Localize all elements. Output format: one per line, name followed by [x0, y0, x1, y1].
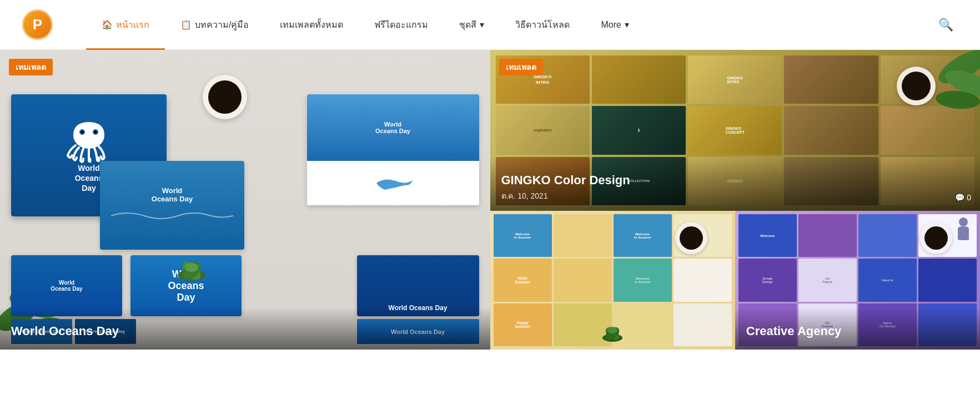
logo-letter: P: [33, 16, 42, 33]
comment-count: 0: [967, 193, 971, 202]
card-agency[interactable]: Welcome SimpleDesign OurProjects About U…: [735, 211, 980, 350]
succulent-summer: [599, 317, 626, 344]
svg-point-4: [94, 130, 97, 133]
logo[interactable]: P: [22, 9, 53, 40]
nav-label-more: More: [601, 20, 621, 30]
svg-point-5: [403, 180, 405, 182]
badge-gingko: เทมเพลต: [499, 59, 543, 75]
coffee-cup-4: [920, 222, 952, 254]
card-grid: เทมเพลต: [0, 50, 980, 350]
svg-point-19: [607, 327, 617, 333]
home-icon: 🏠: [102, 19, 113, 30]
nav-item-colors[interactable]: ชุดสี ▾: [444, 0, 500, 50]
coffee-cup-1: [200, 72, 250, 122]
coffee-cup-3: [675, 222, 707, 254]
right-column: เทมเพลต GINGKOINTRO GINGKOINTRO inspirat…: [490, 50, 981, 350]
nav-item-free[interactable]: ฟรีไดอะแกรม: [359, 0, 444, 50]
main-nav: 🏠 หน้าแรก 📋 บทความ/คู่มือ เทมเพลตทั้งหมด…: [86, 0, 934, 50]
card-gingko-title: GINGKO Color Design: [501, 173, 969, 188]
card-gingko[interactable]: เทมเพลต GINGKOINTRO GINGKOINTRO inspirat…: [490, 50, 981, 211]
nav-item-home[interactable]: 🏠 หน้าแรก: [86, 0, 165, 50]
nav-item-blog[interactable]: 📋 บทความ/คู่มือ: [165, 0, 264, 50]
nav-item-howto[interactable]: วิธีดาวน์โหลด: [500, 0, 585, 50]
bottom-row: Welcometo Summer Welcometo Summer HelloS…: [490, 211, 981, 350]
dolphin-svg: [371, 172, 415, 194]
svg-point-3: [81, 130, 84, 133]
card-gingko-date: ต.ค. 10, 2021: [501, 190, 969, 202]
chevron-down-icon-colors: ▾: [480, 19, 484, 30]
header: P 🏠 หน้าแรก 📋 บทความ/คู่มือ เทมเพลตทั้งห…: [0, 0, 980, 50]
nav-label-templates: เทมเพลตทั้งหมด: [280, 18, 343, 32]
card-agency-info: Creative Agency: [735, 307, 980, 350]
card-agency-title: Creative Agency: [746, 324, 969, 338]
search-icon: 🔍: [938, 18, 953, 32]
nav-label-home: หน้าแรก: [116, 18, 149, 32]
card-gingko-info: GINGKO Color Design ต.ค. 10, 2021: [490, 156, 981, 211]
card-gingko-comments: 💬 0: [955, 193, 971, 202]
nav-item-more[interactable]: More ▾: [585, 0, 644, 50]
slide-ocean-3: WorldOceans Day: [100, 161, 244, 250]
card-ocean[interactable]: เทมเพลต: [0, 50, 490, 350]
nav-label-free: ฟรีไดอะแกรม: [374, 18, 428, 32]
nav-label-colors: ชุดสี: [459, 18, 476, 32]
comment-icon: 💬: [955, 193, 964, 202]
person-silhouette: [955, 216, 972, 246]
nav-label-howto: วิธีดาวน์โหลด: [515, 18, 570, 32]
nav-label-blog: บทความ/คู่มือ: [195, 18, 249, 32]
card-ocean-title: World Oceans Day: [11, 324, 479, 338]
blog-icon: 📋: [180, 19, 192, 30]
card-summer[interactable]: Welcometo Summer Welcometo Summer HelloS…: [490, 211, 735, 350]
chevron-down-icon-more: ▾: [625, 19, 629, 30]
badge-ocean: เทมเพลต: [9, 59, 53, 75]
main-content: เทมเพลต: [0, 50, 980, 350]
succulent: [172, 247, 211, 283]
plant-gingko: [919, 50, 980, 130]
svg-point-20: [959, 217, 968, 226]
octopus-svg: [61, 118, 117, 168]
nav-item-templates[interactable]: เทมเพลตทั้งหมด: [264, 0, 359, 50]
search-button[interactable]: 🔍: [934, 13, 958, 37]
svg-point-12: [185, 263, 198, 272]
card-ocean-info: World Oceans Day: [0, 307, 490, 350]
